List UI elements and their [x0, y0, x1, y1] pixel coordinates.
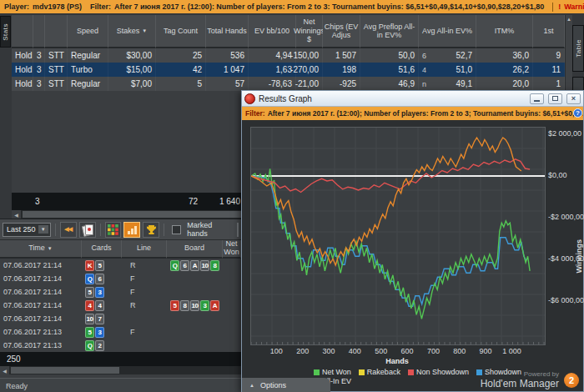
hand-net-won — [223, 339, 241, 352]
cell-avg-allin-ev: 451,0 — [419, 63, 476, 77]
close-button[interactable]: × — [566, 93, 581, 104]
cell-avg-preflop-allin-ev: 50,0 — [360, 48, 419, 63]
hand-time: 07.06.2017 21:13 — [0, 339, 82, 352]
hand-time: 07.06.2017 21:13 — [0, 325, 82, 339]
hand-row[interactable]: 07.06.2017 21:1444R58103A — [0, 299, 241, 312]
col-blank-1[interactable] — [12, 15, 33, 48]
hand-time: 07.06.2017 21:14 — [0, 285, 82, 299]
hand-net-won — [223, 285, 241, 299]
col-net-won[interactable]: Net Won — [223, 240, 241, 259]
tourney-results-button[interactable] — [143, 222, 159, 238]
card: 3 — [95, 287, 104, 298]
replay-button[interactable]: ◀◀ — [60, 222, 77, 238]
tab-stats[interactable]: Stats — [0, 16, 11, 48]
minimize-icon — [534, 100, 540, 102]
col-itm[interactable]: ITM% — [476, 15, 533, 48]
divider — [164, 224, 164, 236]
col-avg-preflop-allin-ev[interactable]: Avg Preflop All-in EV% — [360, 15, 419, 48]
card: 4 — [85, 300, 94, 311]
options-button[interactable]: ▲ Options — [242, 378, 330, 392]
stats-row[interactable]: Hold 3 STT Regular $7,00 5 57 -78,63 -21… — [12, 77, 565, 91]
cards-icon — [83, 224, 93, 235]
cell-game: Hold — [12, 77, 33, 91]
tab-table[interactable]: Table — [572, 25, 584, 72]
stats-row-selected[interactable]: Hold 3 STT Turbo $15,00 42 1 047 1,63 -2… — [12, 63, 565, 77]
col-tag-count[interactable]: Tag Count — [156, 15, 206, 48]
y-tick-label: $2 000,00 — [548, 129, 584, 138]
hands-horizontal-scrollbar[interactable]: ◀ — [0, 366, 241, 374]
cell-game: Hold — [12, 48, 33, 63]
warning-area: ! Warning: Restricted Hands No Omaha han — [547, 3, 584, 12]
col-net-winnings[interactable]: Net Winnings $ — [296, 15, 323, 48]
hand-range-select[interactable]: Last 250 ▼ — [3, 223, 51, 237]
legend-label: Non Showdown — [416, 368, 469, 376]
hands-rows: 07.06.2017 21:14K5RQ6A10807.06.2017 21:1… — [0, 259, 241, 352]
stats-row[interactable]: Hold 3 STT Regular $30,00 25 536 4,94 -1… — [12, 48, 565, 63]
cell-net-winnings: -270,00 — [296, 63, 323, 77]
hands-filter-input[interactable] — [237, 223, 239, 237]
scroll-left-icon[interactable]: ◀ — [12, 210, 21, 219]
cell-players: 3 — [33, 63, 45, 77]
cell-tag-count: 25 — [156, 48, 206, 63]
card: 10 — [200, 260, 209, 271]
hand-row[interactable]: 07.06.2017 21:14K5RQ6A108 — [0, 259, 241, 272]
col-blank-2[interactable] — [33, 15, 45, 48]
col-board[interactable]: Board — [167, 240, 223, 259]
marked-hands-checkbox[interactable] — [172, 225, 181, 234]
card: 10 — [85, 314, 94, 324]
card: 4 — [95, 300, 104, 311]
sum-blank — [68, 193, 108, 210]
board-cards: 58103A — [167, 299, 223, 312]
hole-cards: K5 — [82, 259, 122, 272]
hand-net-won — [223, 272, 241, 285]
cell-1st: 9 — [533, 48, 565, 63]
hands-toolbar: Last 250 ▼ ◀◀ Marked hands — [0, 219, 241, 240]
col-speed[interactable]: Speed — [68, 15, 108, 48]
card: Q — [85, 340, 94, 351]
col-blank-3[interactable] — [45, 15, 68, 48]
col-avg-allin-ev[interactable]: Avg All-in EV% — [419, 15, 476, 48]
hand-row[interactable]: 07.06.2017 21:13Q2 — [0, 339, 241, 352]
col-chips-ev[interactable]: Chips (EV Adjus — [323, 15, 360, 48]
close-icon: × — [571, 95, 576, 103]
hand-row[interactable]: 07.06.2017 21:1353F — [0, 325, 241, 339]
scroll-up-icon[interactable]: ▲ — [566, 15, 572, 23]
cell-chips-ev: 198 — [323, 63, 360, 77]
col-ev-bb100[interactable]: EV bb/100 — [249, 15, 296, 48]
cell-allin-prefix: 4 — [422, 66, 426, 74]
card: 2 — [95, 340, 104, 351]
cell-speed: Regular — [68, 77, 108, 91]
hm2-logo-icon — [244, 93, 255, 104]
scroll-left-icon[interactable]: ◀ — [0, 366, 9, 374]
hands-summary-row: 250 — [0, 352, 241, 366]
graph-view-button[interactable] — [123, 222, 140, 238]
col-time[interactable]: Time▼ — [0, 240, 82, 259]
chart-plot-area — [250, 127, 546, 345]
show-cards-button[interactable] — [79, 222, 96, 238]
help-icon[interactable]: ? — [573, 108, 582, 118]
warning-icon: ! — [558, 3, 561, 11]
hand-line: R — [122, 259, 167, 272]
player-name: mdv1978 (PS) — [33, 3, 82, 11]
scrollbar-thumb[interactable] — [11, 367, 119, 374]
col-stakes[interactable]: Stakes▼ — [108, 15, 156, 48]
card: A — [190, 260, 199, 271]
card: 5 — [85, 287, 94, 298]
filter-text: After 7 июня 2017 г. (12:00): Number of … — [114, 3, 544, 11]
hands-panel: Last 250 ▼ ◀◀ Marked hands Time▼ Cards L… — [0, 219, 241, 392]
maximize-button[interactable] — [548, 93, 562, 104]
col-cards[interactable]: Cards — [82, 240, 122, 259]
hand-row[interactable]: 07.06.2017 21:1453F — [0, 285, 241, 299]
col-1st[interactable]: 1st — [533, 15, 565, 48]
hand-line: R — [122, 299, 167, 312]
hand-row[interactable]: 07.06.2017 21:14Q6F — [0, 272, 241, 285]
col-line[interactable]: Line — [122, 240, 167, 259]
hand-row[interactable]: 07.06.2017 21:14107 — [0, 312, 241, 325]
warning-text: Warning: Restricted Hands — [564, 3, 584, 11]
grid-view-button[interactable] — [105, 222, 122, 238]
minimize-button[interactable] — [530, 93, 544, 104]
col-total-hands[interactable]: Total Hands — [206, 15, 249, 48]
cell-speed: Turbo — [68, 63, 108, 77]
card: Q — [85, 274, 94, 284]
window-title-bar[interactable]: Results Graph × — [242, 91, 583, 107]
